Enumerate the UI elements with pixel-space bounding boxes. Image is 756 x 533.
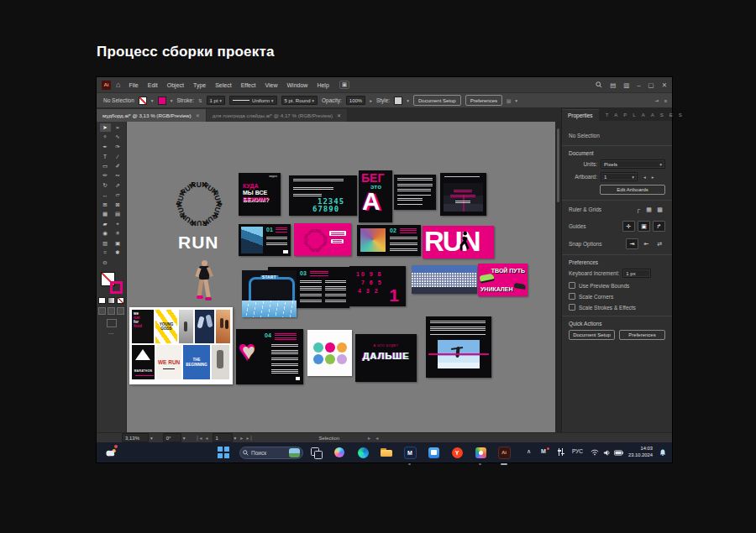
scale-strokes-effects-checkbox[interactable] xyxy=(569,304,575,311)
next-artboard-icon[interactable]: ▸ xyxy=(652,175,654,180)
document-setup-button[interactable]: Document Setup xyxy=(413,95,461,106)
close-icon[interactable]: ✕ xyxy=(662,81,667,89)
direct-selection-tool[interactable]: ➢ xyxy=(113,123,123,132)
slide-pink-logo[interactable]: RUNRUN RUNRUN RUNRUN RUNRUN xyxy=(294,223,351,256)
mesh-tool[interactable]: ▤ xyxy=(113,210,123,218)
pencil-tool[interactable]: ✏ xyxy=(100,171,111,180)
snap-toggle-icon[interactable]: ⇥ xyxy=(654,98,659,103)
free-transform-tool[interactable]: ▱ xyxy=(113,191,123,199)
live-paint-tool[interactable]: ⊠ xyxy=(113,201,123,209)
stroke-chevron-icon[interactable]: ▾ xyxy=(171,98,173,103)
scroll-left-icon[interactable]: ◂ xyxy=(375,435,378,441)
microsoft-store-icon[interactable] xyxy=(427,446,440,459)
units-select[interactable]: Pixels▾ xyxy=(601,159,665,169)
quick-preferences-button[interactable]: Preferences xyxy=(619,330,665,340)
slide-your-path[interactable]: ТВОЙ ПУТЬ УНИКАЛЕН xyxy=(478,264,528,296)
search-box[interactable]: Поиск xyxy=(239,447,303,459)
arrange-documents-icon[interactable]: ▣ xyxy=(339,81,350,89)
slide-text-block[interactable] xyxy=(394,175,436,210)
tab-properties[interactable]: Properties xyxy=(562,109,599,121)
lock-guides-icon[interactable]: ▣ xyxy=(638,221,650,232)
width-profile-select[interactable]: Uniform ▾ xyxy=(229,96,276,105)
draw-normal-icon[interactable] xyxy=(98,307,106,315)
fill-swatch[interactable] xyxy=(139,97,147,105)
zoom-level-field[interactable]: 3,13% xyxy=(122,433,149,442)
wifi-icon[interactable] xyxy=(591,449,599,456)
scale-corners-checkbox[interactable] xyxy=(569,293,575,300)
task-view-button[interactable] xyxy=(309,446,323,459)
edge-browser-icon[interactable] xyxy=(356,446,370,459)
artboard-nav-chevron-icon[interactable]: ▾ xyxy=(234,436,237,441)
rectangle-tool[interactable]: ▭ xyxy=(100,162,111,170)
minimize-icon[interactable]: – xyxy=(637,81,640,89)
snap-point-icon[interactable]: ⇤ xyxy=(641,239,652,248)
edit-artboards-button[interactable]: Edit Artboards xyxy=(600,185,665,195)
keyboard-increment-field[interactable]: 1 px xyxy=(622,269,651,278)
line-segment-tool[interactable]: ∕ xyxy=(113,152,123,160)
clock[interactable]: 14:03 23.10.2024 xyxy=(628,445,653,458)
smooth-tool[interactable]: ∾ xyxy=(113,171,123,180)
gradient-swatch-icon[interactable] xyxy=(108,297,115,304)
none-swatch-icon[interactable] xyxy=(117,297,124,304)
transparency-grid-icon[interactable]: ▩ xyxy=(654,205,665,214)
screen-mode-icon[interactable] xyxy=(107,319,117,327)
first-artboard-icon[interactable]: ❘◂ xyxy=(196,435,202,441)
artboard-select[interactable]: 1▾ xyxy=(601,172,638,181)
menu-window[interactable]: Window xyxy=(287,82,308,88)
align-chevron-icon[interactable]: ▾ xyxy=(515,98,517,103)
scrollbar-thumb[interactable] xyxy=(557,128,559,202)
close-tab-icon[interactable]: ✕ xyxy=(337,112,341,118)
weather-widget[interactable] xyxy=(103,446,117,459)
quick-document-setup-button[interactable]: Document Setup xyxy=(569,330,615,340)
style-chevron-icon[interactable]: ▾ xyxy=(407,98,409,103)
slice-tool[interactable]: ⌗ xyxy=(100,248,111,257)
shape-builder-tool[interactable]: ⊞ xyxy=(100,201,111,209)
artboard-nav-field[interactable]: 1 xyxy=(213,433,233,442)
column-graph-tool[interactable]: ▥ xyxy=(100,239,111,248)
workspace-switcher-icon[interactable]: ▥ xyxy=(623,81,629,89)
stroke-width-field[interactable]: 1 pt ▾ xyxy=(207,96,225,105)
runner-photo[interactable] xyxy=(190,259,218,304)
rotation-chevron-icon[interactable]: ▾ xyxy=(183,436,186,441)
next-artboard-icon[interactable]: ▸ xyxy=(240,435,243,441)
brush-select[interactable]: 5 pt. Round ▾ xyxy=(281,96,318,105)
eyedropper-tool[interactable]: ⌖ xyxy=(113,220,123,228)
slide-video-kuda[interactable]: видео КУДА МЫ ВСЕ БЕЖИМ? xyxy=(239,173,281,216)
home-icon[interactable]: ⌂ xyxy=(116,81,120,89)
fill-chevron-icon[interactable]: ▾ xyxy=(151,98,154,103)
slide-countdown[interactable]: 10 9 8 7 6 5 4 3 2 1 xyxy=(349,266,406,306)
fill-stroke-indicator[interactable] xyxy=(101,272,123,294)
menu-edit[interactable]: Edit xyxy=(148,82,158,88)
tab-moodboard[interactable]: мудборд.ai* @ 3,13 % (RGB/Preview)✕ xyxy=(97,109,206,122)
blend-tool[interactable]: ◉ xyxy=(100,229,111,238)
slide-04-heart[interactable]: 04 ♥ ♥ xyxy=(236,329,303,384)
grid-icon[interactable]: ▦ xyxy=(643,205,654,214)
snap-pixel-icon[interactable]: ⇥ xyxy=(626,238,638,249)
prev-artboard-icon[interactable]: ◂ xyxy=(643,175,646,180)
slide-road[interactable] xyxy=(440,173,486,216)
tray-media-icon[interactable]: M xyxy=(541,448,546,454)
snap-glyph-icon[interactable]: ⇄ xyxy=(654,239,665,248)
type-tool[interactable]: T xyxy=(100,152,111,160)
release-guides-icon[interactable]: ↱ xyxy=(653,221,665,232)
canvas-scrollbar[interactable] xyxy=(555,122,561,432)
notification-bell-icon[interactable] xyxy=(659,448,666,457)
yandex-browser-icon[interactable]: Y xyxy=(450,446,464,459)
illustrator-app-icon[interactable]: Ai xyxy=(497,446,511,459)
draw-inside-icon[interactable] xyxy=(117,307,124,315)
align-icon[interactable]: ▤ xyxy=(507,98,511,103)
tab-longread-slides[interactable]: для лонгрида слайды.ai* @ 4,17 % (RGB/Pr… xyxy=(207,109,347,122)
restore-icon[interactable]: ▢ xyxy=(648,81,654,89)
m-app-icon[interactable]: M xyxy=(403,446,417,459)
close-tab-icon[interactable]: ✕ xyxy=(196,112,200,118)
gradient-tool[interactable]: ▰ xyxy=(100,220,111,228)
canvas[interactable]: RUNRUN RUNRUN RUNRUN RUNRUN RUNRUN RUN xyxy=(127,122,555,432)
zoom-tool[interactable]: ⊙ xyxy=(100,259,111,267)
rotate-tool[interactable]: ↻ xyxy=(100,181,111,190)
slide-02[interactable]: 02 xyxy=(357,225,421,256)
symbol-sprayer-tool[interactable]: ✳ xyxy=(113,229,123,238)
opacity-expand-icon[interactable]: ▸ xyxy=(370,98,372,103)
menu-object[interactable]: Object xyxy=(167,82,184,88)
medals-photo[interactable] xyxy=(307,330,352,376)
slide-run-magenta[interactable]: RUN xyxy=(423,226,494,259)
